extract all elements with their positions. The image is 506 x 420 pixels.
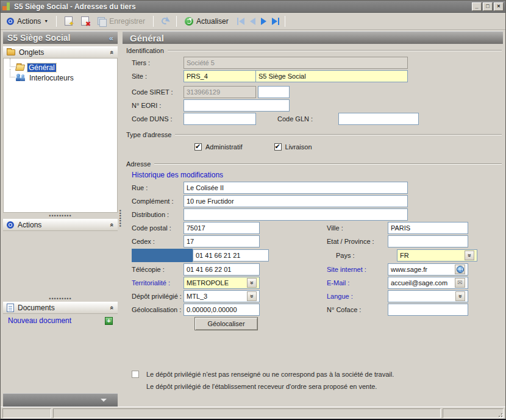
administratif-label: Administratif: [205, 143, 243, 151]
territorialite-combo[interactable]: METROPOLE «: [184, 277, 260, 289]
coface-field[interactable]: [388, 304, 468, 316]
collapse-panel-icon[interactable]: «: [109, 223, 116, 227]
email-field[interactable]: accueil@sage.com ✉: [388, 277, 468, 289]
ville-field[interactable]: PARIS: [388, 222, 468, 234]
last-record-button[interactable]: [272, 18, 279, 25]
toolbar-separator: [176, 16, 177, 27]
chevron-down-icon: ▼: [44, 19, 48, 23]
new-record-button[interactable]: ✦: [62, 15, 75, 27]
pays-label: Pays :: [336, 252, 397, 259]
application-window: S5 Siège Social - Adresses du tiers _ □ …: [0, 0, 506, 420]
email-value: accueil@sage.com: [391, 279, 447, 287]
duns-label: Code DUNS :: [123, 115, 184, 123]
sidebar-item-general[interactable]: Général: [6, 62, 115, 73]
distribution-field[interactable]: [184, 208, 408, 221]
new-document-link[interactable]: Nouveau document: [8, 316, 71, 325]
maximize-button[interactable]: □: [483, 2, 493, 11]
send-email-button[interactable]: ✉: [455, 278, 465, 288]
panel-splitter[interactable]: •••••••••: [3, 213, 118, 219]
history-link[interactable]: Historique des modifications: [132, 171, 223, 179]
territorialite-dropdown-button[interactable]: «: [247, 278, 257, 288]
depot-dropdown-button[interactable]: «: [247, 291, 257, 301]
open-website-button[interactable]: [455, 265, 465, 274]
livraison-checkbox[interactable]: [274, 143, 282, 151]
site-code-field[interactable]: PRS_4: [184, 70, 256, 82]
etat-province-field[interactable]: [388, 235, 468, 247]
sidebar-item-interlocuteurs[interactable]: Interlocuteurs: [6, 73, 115, 83]
depot-combo[interactable]: MTL_3 «: [184, 290, 260, 302]
collapse-panel-icon[interactable]: «: [109, 51, 116, 54]
eori-field[interactable]: [184, 99, 290, 112]
langue-combo[interactable]: «: [388, 290, 468, 302]
last-record-icon: [272, 18, 277, 25]
document-icon: [7, 304, 14, 312]
save-button[interactable]: Enregistrer: [95, 16, 148, 27]
sidebar-collapse-icon[interactable]: «: [109, 34, 113, 43]
section-rule: [168, 50, 502, 51]
page-title: Général: [130, 33, 164, 43]
code-postal-field[interactable]: 75017: [184, 222, 260, 234]
documents-panel-title: Documents: [18, 304, 55, 312]
resize-grip[interactable]: [496, 411, 502, 417]
pays-dropdown-button[interactable]: «: [465, 251, 474, 260]
folder-icon: [7, 49, 15, 55]
new-document-icon: ✦: [65, 16, 73, 26]
minimize-button[interactable]: _: [472, 2, 482, 11]
onglets-panel-header[interactable]: Onglets «: [3, 46, 118, 59]
previous-record-button[interactable]: [250, 18, 255, 25]
delete-record-button[interactable]: ✖: [79, 15, 91, 27]
actions-menu-button[interactable]: Actions ▼: [4, 16, 51, 27]
chevron-down-icon: «: [249, 294, 255, 298]
sync-icon: [160, 16, 169, 25]
tree-item-label: Général: [27, 63, 56, 72]
site-internet-label[interactable]: Site internet :: [327, 266, 388, 273]
site-name-field[interactable]: S5 Siège Social: [256, 70, 408, 82]
telecopie-field[interactable]: 01 41 66 22 01: [184, 263, 260, 276]
actions-panel-header[interactable]: Actions «: [3, 219, 118, 231]
sync-button[interactable]: [159, 16, 171, 26]
new-document-row: Nouveau document +: [3, 314, 118, 325]
add-document-icon[interactable]: +: [105, 317, 113, 325]
depot-note-line2: Le dépôt privilégié de l'établissement r…: [146, 383, 377, 390]
langue-dropdown-button[interactable]: «: [455, 291, 465, 301]
telephone-field[interactable]: 01 41 66 21 21: [193, 249, 269, 262]
identification-section-label: Identification: [126, 47, 164, 54]
documents-panel-header[interactable]: Documents «: [3, 302, 118, 314]
refresh-button[interactable]: Actualiser: [182, 16, 231, 27]
livraison-label: Livraison: [285, 143, 312, 151]
duns-field[interactable]: [184, 113, 256, 125]
email-label[interactable]: E-Mail :: [327, 279, 388, 287]
next-record-button[interactable]: [261, 18, 266, 25]
rue-field[interactable]: Le Colisée II: [184, 182, 408, 194]
refresh-icon: [185, 17, 193, 26]
first-record-button[interactable]: [237, 18, 244, 25]
adresse-section-label: Adresse: [126, 160, 151, 168]
geolocaliser-button[interactable]: Géolocaliser: [194, 317, 258, 330]
administratif-checkbox-row: Administratif: [194, 143, 243, 151]
territorialite-label[interactable]: Territorialité :: [123, 279, 184, 287]
distribution-label: Distribution :: [123, 211, 184, 218]
collapsed-panel-bar[interactable]: [3, 393, 118, 407]
langue-label[interactable]: Langue :: [327, 293, 388, 300]
site-internet-field[interactable]: www.sage.fr: [388, 263, 468, 276]
panel-splitter[interactable]: •••••••••: [3, 296, 118, 302]
save-icon: [98, 17, 106, 26]
sidebar-splitter[interactable]: •••••••: [118, 31, 123, 407]
geolocalisation-label: Géolocalisation :: [123, 306, 184, 313]
cedex-field[interactable]: 17: [184, 235, 260, 247]
telephone-label-highlight[interactable]: [132, 249, 193, 262]
depot-note-checkbox[interactable]: [132, 371, 139, 378]
cedex-label: Cedex :: [123, 238, 184, 245]
complement-field[interactable]: 10 rue Fructidor: [184, 195, 408, 207]
previous-record-icon: [250, 18, 255, 25]
pays-combo[interactable]: FR «: [397, 249, 477, 262]
delete-document-icon: ✖: [81, 16, 89, 26]
siret-label: Code SIRET :: [123, 88, 184, 96]
siret-nic-field[interactable]: [258, 86, 290, 98]
collapse-panel-icon[interactable]: «: [109, 306, 116, 310]
administratif-checkbox[interactable]: [194, 143, 202, 151]
geolocalisation-field[interactable]: 0.00000,0.00000: [184, 304, 260, 316]
close-button[interactable]: ×: [494, 2, 504, 11]
gln-field[interactable]: [338, 113, 419, 125]
livraison-checkbox-row: Livraison: [274, 143, 312, 151]
